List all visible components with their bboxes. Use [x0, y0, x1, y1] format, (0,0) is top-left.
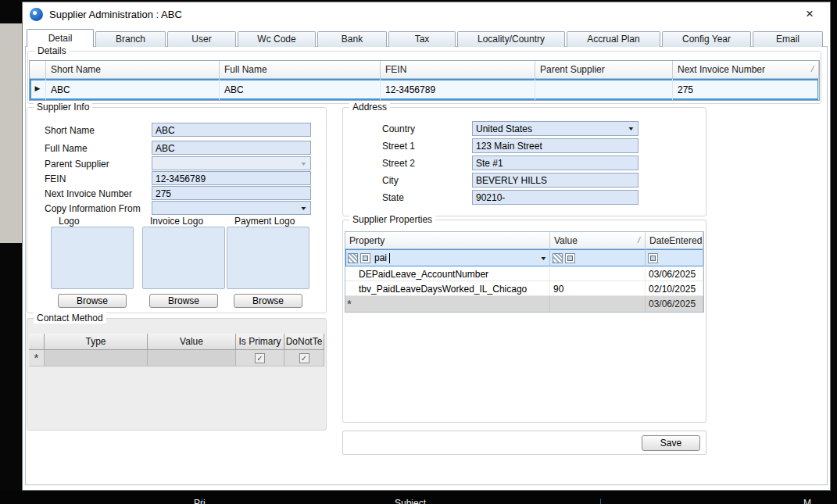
city-input[interactable]: BEVERLY HILLS: [472, 173, 638, 188]
property-filter-cell[interactable]: pai ▼: [345, 249, 550, 266]
filter-clear-icon[interactable]: [360, 253, 370, 263]
next-invoice-number-input[interactable]: 275: [152, 186, 311, 200]
property-row[interactable]: tbv_PaidLeaveDaysWorked_IL_Chicago 90 02…: [345, 281, 703, 296]
tab-config-year[interactable]: Config Year: [662, 31, 751, 47]
column-header-full-name[interactable]: Full Name: [220, 61, 381, 79]
do-not-te-checkbox[interactable]: ✓: [299, 353, 309, 363]
short-name-input[interactable]: ABC: [152, 123, 311, 137]
column-header-date-entered[interactable]: DateEntered: [646, 232, 703, 249]
cell-property[interactable]: tbv_PaidLeaveDaysWorked_IL_Chicago: [345, 281, 550, 295]
column-header-is-primary[interactable]: Is Primary: [236, 334, 284, 350]
column-header-property[interactable]: Property: [345, 232, 550, 249]
window-title: Supplier Administration : ABC: [49, 9, 182, 20]
street2-input[interactable]: Ste #1: [472, 155, 638, 170]
payment-logo-image-box: [227, 227, 309, 289]
background-window-edge: [0, 23, 22, 243]
cell-fein[interactable]: 12-3456789: [381, 79, 535, 100]
supplier-info-group-label: Supplier Info: [34, 102, 92, 113]
cell-parent-supplier[interactable]: [535, 79, 673, 100]
column-header-do-not-te[interactable]: DoNotTe: [284, 334, 324, 350]
filter-operator-icon[interactable]: [553, 253, 563, 263]
street1-input[interactable]: 123 Main Street: [472, 138, 638, 153]
copy-information-from-label: Copy Information From: [45, 203, 141, 214]
filter-operator-icon[interactable]: [348, 253, 358, 263]
tab-user[interactable]: User: [167, 31, 236, 47]
tab-accrual-plan[interactable]: Accrual Plan: [567, 31, 660, 47]
sort-icon: /: [811, 64, 814, 73]
property-filter-input[interactable]: pai: [374, 252, 387, 263]
payment-logo-browse-button[interactable]: Browse: [234, 294, 302, 308]
cell-next-invoice-number[interactable]: 275: [673, 79, 819, 100]
chevron-down-icon[interactable]: ▼: [299, 161, 308, 166]
close-button[interactable]: ×: [800, 5, 819, 23]
chevron-down-icon[interactable]: ▼: [299, 206, 308, 211]
supplier-info-group: Supplier Info Short Name ABC Full Name A…: [27, 107, 327, 313]
fein-input[interactable]: 12-3456789: [152, 171, 311, 185]
property-row[interactable]: DEPaidLeave_AccountNumber 03/06/2025: [345, 266, 703, 281]
save-button[interactable]: Save: [642, 435, 700, 451]
logo-browse-button[interactable]: Browse: [58, 294, 127, 308]
new-row-value-cell[interactable]: [550, 296, 646, 312]
tab-detail[interactable]: Detail: [27, 29, 94, 47]
column-header-parent-supplier[interactable]: Parent Supplier: [535, 61, 673, 79]
new-row-date-cell[interactable]: 03/06/2025: [646, 296, 703, 312]
chevron-down-icon[interactable]: ▼: [540, 256, 548, 261]
tab-tax[interactable]: Tax: [388, 31, 456, 47]
tab-bank[interactable]: Bank: [317, 31, 387, 47]
row-selector-icon[interactable]: ▶: [30, 79, 46, 100]
column-header-short-name[interactable]: Short Name: [46, 61, 220, 79]
filter-clear-icon[interactable]: [565, 253, 575, 263]
zip-code-input[interactable]: 90210-: [472, 190, 638, 205]
background-label: Subject: [395, 498, 426, 504]
new-row-property-cell[interactable]: *: [345, 296, 550, 312]
state-label: State: [382, 192, 404, 203]
value-filter-cell[interactable]: [550, 249, 646, 266]
new-row-do-not-te-cell[interactable]: ✓: [284, 350, 324, 366]
tab-email[interactable]: Email: [753, 31, 823, 47]
cell-property[interactable]: DEPaidLeave_AccountNumber: [345, 266, 550, 281]
date-filter-cell[interactable]: [646, 249, 703, 266]
field-street2: Street 2 Ste #1: [343, 155, 707, 170]
new-row-type-cell[interactable]: [45, 350, 148, 366]
tab-branch[interactable]: Branch: [95, 31, 166, 47]
field-fein: FEIN 12-3456789: [27, 171, 327, 186]
details-selected-row[interactable]: ▶ ABC ABC 12-3456789 275: [30, 79, 819, 100]
new-row-icon: *: [29, 350, 45, 366]
new-property-row[interactable]: * 03/06/2025: [345, 296, 703, 312]
field-country: Country United States ▼: [343, 121, 707, 136]
new-row-icon: *: [347, 297, 352, 310]
copy-information-from-dropdown[interactable]: ▼: [152, 201, 311, 215]
details-grid-header: Short Name Full Name FEIN Parent Supplie…: [30, 61, 819, 79]
logo-label: Logo: [59, 216, 80, 227]
contact-method-new-row[interactable]: * ✓ ✓: [29, 350, 324, 366]
full-name-input[interactable]: ABC: [152, 141, 311, 155]
cell-short-name[interactable]: ABC: [46, 79, 220, 100]
column-header-value[interactable]: Value /: [550, 232, 646, 249]
country-dropdown[interactable]: United States ▼: [472, 121, 638, 136]
new-row-is-primary-cell[interactable]: ✓: [236, 350, 284, 366]
column-header-fein[interactable]: FEIN: [381, 61, 535, 79]
row-indicator-header: [30, 61, 46, 79]
fein-label: FEIN: [45, 173, 66, 184]
parent-supplier-dropdown[interactable]: ▼: [152, 156, 311, 170]
tab-locality-country[interactable]: Locality/Country: [457, 31, 565, 47]
cell-value[interactable]: 90: [550, 281, 646, 295]
text-cursor: [389, 253, 390, 263]
is-primary-checkbox[interactable]: ✓: [255, 353, 265, 363]
logo-image-box: [51, 227, 134, 289]
column-header-next-invoice-number[interactable]: Next Invoice Number /: [673, 61, 819, 79]
cell-full-name[interactable]: ABC: [220, 79, 381, 100]
new-row-value-cell[interactable]: [148, 350, 236, 366]
tab-wc-code[interactable]: Wc Code: [238, 31, 316, 47]
next-invoice-number-label: Next Invoice Number: [45, 188, 132, 199]
cell-date-entered[interactable]: 03/06/2025: [646, 266, 703, 281]
column-header-type[interactable]: Type: [45, 334, 148, 350]
column-header-value[interactable]: Value: [148, 334, 236, 350]
app-icon: [30, 8, 43, 21]
invoice-logo-browse-button[interactable]: Browse: [149, 294, 218, 308]
cell-date-entered[interactable]: 02/10/2025: [646, 281, 703, 295]
country-value: United States: [476, 123, 532, 134]
cell-value[interactable]: [550, 266, 646, 281]
filter-clear-icon[interactable]: [648, 253, 658, 263]
chevron-down-icon[interactable]: ▼: [627, 126, 635, 131]
